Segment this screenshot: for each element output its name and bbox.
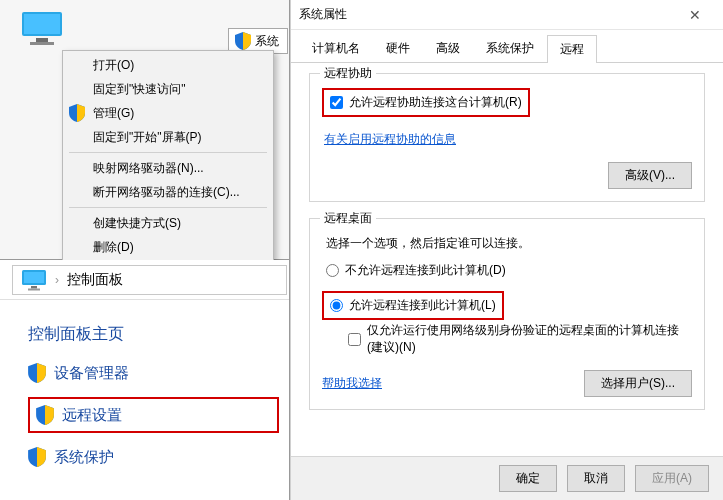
- ctx-pin-quick-label: 固定到"快速访问": [93, 81, 186, 98]
- svg-rect-6: [31, 286, 37, 289]
- breadcrumb-text: 控制面板: [67, 271, 123, 289]
- separator: [69, 207, 267, 208]
- ctx-shortcut-label: 创建快捷方式(S): [93, 215, 181, 232]
- context-menu: 打开(O) 固定到"快速访问" 管理(G) 固定到"开始"屏幕(P) 映射网络驱…: [62, 50, 274, 293]
- tab-remote-label: 远程: [560, 42, 584, 56]
- tab-advanced-label: 高级: [436, 41, 460, 55]
- breadcrumb-bar: › 控制面板: [0, 260, 289, 300]
- tabs: 计算机名 硬件 高级 系统保护 远程: [291, 30, 723, 63]
- ctx-delete[interactable]: 删除(D): [63, 235, 273, 259]
- desktop-bg: 系统 打开(O) 固定到"快速访问" 管理(G) 固定到"开始"屏幕(P) 映射…: [0, 0, 289, 260]
- svg-rect-1: [24, 14, 60, 34]
- device-manager-link[interactable]: 设备管理器: [28, 363, 279, 383]
- ctx-delete-label: 删除(D): [93, 239, 134, 256]
- ctx-map-drive-label: 映射网络驱动器(N)...: [93, 160, 204, 177]
- nla-checkbox[interactable]: 仅允许运行使用网络级别身份验证的远程桌面的计算机连接(建议)(N): [348, 322, 692, 356]
- remote-assist-group: 远程协助 允许远程协助连接这台计算机(R) 有关启用远程协助的信息 高级(V).…: [309, 73, 705, 202]
- this-pc-icon[interactable]: [20, 10, 64, 49]
- ctx-open-label: 打开(O): [93, 57, 134, 74]
- apply-button[interactable]: 应用(A): [635, 465, 709, 492]
- cp-title: 控制面板主页: [28, 324, 279, 345]
- dialog-button-bar: 确定 取消 应用(A): [291, 456, 723, 500]
- svg-rect-3: [30, 42, 54, 45]
- radio-deny-input[interactable]: [326, 264, 339, 277]
- system-button-label: 系统: [255, 33, 279, 50]
- nla-label: 仅允许运行使用网络级别身份验证的远程桌面的计算机连接(建议)(N): [367, 322, 692, 356]
- separator: [69, 152, 267, 153]
- system-properties-dialog: 系统属性 ✕ 计算机名 硬件 高级 系统保护 远程 远程协助 允许远程协助连接这…: [290, 0, 723, 500]
- remote-settings-link[interactable]: 远程设置: [28, 397, 279, 433]
- dialog-title: 系统属性: [299, 6, 347, 23]
- ok-button[interactable]: 确定: [499, 465, 557, 492]
- close-button[interactable]: ✕: [675, 4, 715, 26]
- tab-computer-name[interactable]: 计算机名: [299, 34, 373, 62]
- remote-desktop-group: 远程桌面 选择一个选项，然后指定谁可以连接。 不允许远程连接到此计算机(D) 允…: [309, 218, 705, 410]
- ctx-create-shortcut[interactable]: 创建快捷方式(S): [63, 211, 273, 235]
- ctx-pin-start-label: 固定到"开始"屏幕(P): [93, 129, 202, 146]
- remote-desktop-desc: 选择一个选项，然后指定谁可以连接。: [326, 235, 692, 252]
- ctx-pin-quick[interactable]: 固定到"快速访问": [63, 77, 273, 101]
- allow-remote-assist-input[interactable]: [330, 96, 343, 109]
- monitor-icon: [21, 269, 47, 291]
- ctx-disconnect-drive[interactable]: 断开网络驱动器的连接(C)...: [63, 180, 273, 204]
- tab-computer-name-label: 计算机名: [312, 41, 360, 55]
- ctx-disc-label: 断开网络驱动器的连接(C)...: [93, 184, 240, 201]
- shield-icon: [36, 405, 54, 425]
- radio-allow-label: 允许远程连接到此计算机(L): [349, 297, 496, 314]
- allow-remote-assist-checkbox[interactable]: 允许远程协助连接这台计算机(R): [330, 94, 522, 111]
- ctx-pin-start[interactable]: 固定到"开始"屏幕(P): [63, 125, 273, 149]
- cancel-button[interactable]: 取消: [567, 465, 625, 492]
- breadcrumb[interactable]: › 控制面板: [12, 265, 287, 295]
- tab-protection[interactable]: 系统保护: [473, 34, 547, 62]
- radio-deny-remote[interactable]: 不允许远程连接到此计算机(D): [326, 262, 692, 279]
- tab-advanced[interactable]: 高级: [423, 34, 473, 62]
- radio-deny-label: 不允许远程连接到此计算机(D): [345, 262, 506, 279]
- shield-icon: [28, 363, 46, 383]
- dialog-titlebar: 系统属性 ✕: [291, 0, 723, 30]
- radio-allow-remote[interactable]: 允许远程连接到此计算机(L): [330, 297, 496, 314]
- shield-icon: [28, 447, 46, 467]
- device-manager-label: 设备管理器: [54, 364, 129, 383]
- ctx-manage-label: 管理(G): [93, 105, 134, 122]
- ctx-open[interactable]: 打开(O): [63, 53, 273, 77]
- remote-desktop-group-label: 远程桌面: [320, 210, 376, 227]
- tab-hardware[interactable]: 硬件: [373, 34, 423, 62]
- allow-remote-assist-label: 允许远程协助连接这台计算机(R): [349, 94, 522, 111]
- ctx-map-drive[interactable]: 映射网络驱动器(N)...: [63, 156, 273, 180]
- help-choose-link[interactable]: 帮助我选择: [322, 375, 382, 392]
- remote-assist-group-label: 远程协助: [320, 65, 376, 82]
- control-panel: › 控制面板 控制面板主页 设备管理器 远程设置 系统保护: [0, 260, 289, 500]
- system-protection-label: 系统保护: [54, 448, 114, 467]
- select-users-button[interactable]: 选择用户(S)...: [584, 370, 692, 397]
- shield-icon: [69, 104, 85, 125]
- tab-hardware-label: 硬件: [386, 41, 410, 55]
- remote-assist-info-link[interactable]: 有关启用远程协助的信息: [324, 131, 456, 148]
- remote-assist-advanced-button[interactable]: 高级(V)...: [608, 162, 692, 189]
- ctx-manage[interactable]: 管理(G): [63, 101, 273, 125]
- remote-settings-label: 远程设置: [62, 406, 122, 425]
- nla-input[interactable]: [348, 333, 361, 346]
- svg-rect-5: [24, 272, 44, 283]
- tab-remote[interactable]: 远程: [547, 35, 597, 63]
- svg-rect-7: [28, 288, 40, 290]
- radio-allow-input[interactable]: [330, 299, 343, 312]
- system-protection-link[interactable]: 系统保护: [28, 447, 279, 467]
- svg-rect-2: [36, 38, 48, 42]
- tab-protection-label: 系统保护: [486, 41, 534, 55]
